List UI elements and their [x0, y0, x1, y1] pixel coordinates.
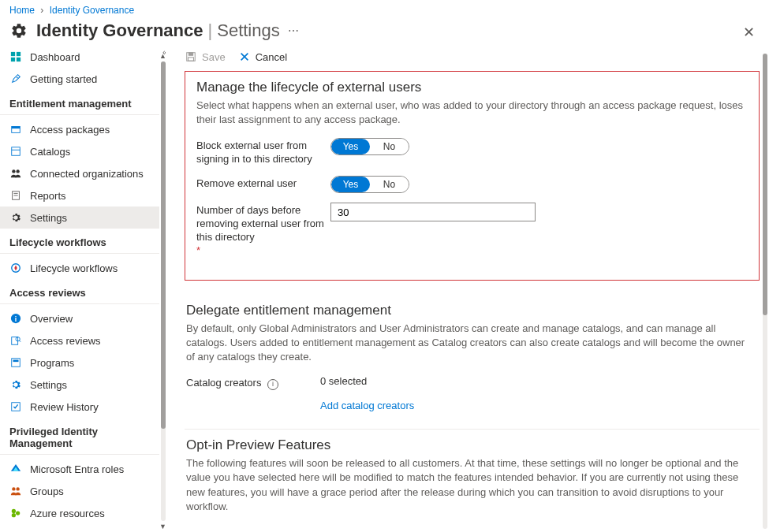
review-icon	[9, 334, 22, 347]
azure-icon	[9, 507, 22, 519]
nav-group-access-reviews: Access reviews	[0, 279, 159, 304]
sidebar-item-overview[interactable]: i Overview	[0, 307, 159, 329]
remove-yes[interactable]: Yes	[331, 177, 370, 192]
svg-point-27	[12, 513, 16, 517]
scroll-down-icon[interactable]: ▼	[159, 523, 166, 529]
lifecycle-desc: Select what happens when an external use…	[196, 99, 748, 127]
chevron-right-icon: ›	[40, 5, 43, 16]
required-indicator: *	[196, 244, 330, 258]
page-title-sub: Settings	[217, 20, 280, 40]
sidebar-item-lifecycle-workflows[interactable]: Lifecycle workflows	[0, 257, 159, 279]
sidebar-item-getting-started[interactable]: Getting started	[0, 68, 159, 90]
svg-text:i: i	[15, 315, 17, 323]
scroll-up-icon[interactable]: ▲	[159, 52, 166, 60]
block-no[interactable]: No	[370, 139, 409, 154]
svg-line-19	[19, 340, 21, 342]
svg-rect-0	[11, 52, 15, 56]
nav-group-pim: Privileged Identity Management	[0, 418, 159, 455]
save-button[interactable]: Save	[185, 50, 226, 63]
block-label: Block external user from signing in to t…	[196, 138, 330, 166]
sidebar-item-connected-orgs[interactable]: Connected organizations	[0, 162, 159, 184]
page-title-main: Identity Governance	[36, 20, 203, 40]
sidebar-item-ar-settings[interactable]: Settings	[0, 374, 159, 396]
sidebar-item-label: Review History	[30, 401, 99, 413]
sidebar-item-entra-roles[interactable]: Microsoft Entra roles	[0, 458, 159, 480]
info-icon[interactable]: i	[267, 379, 278, 390]
svg-rect-6	[12, 127, 21, 129]
svg-rect-2	[11, 58, 15, 61]
preview-section: Opt-in Preview Features The following fe…	[185, 437, 760, 529]
block-yes[interactable]: Yes	[331, 139, 370, 154]
cancel-label: Cancel	[256, 51, 287, 63]
groups-icon	[9, 485, 22, 497]
sidebar-item-reports[interactable]: Reports	[0, 184, 159, 206]
breadcrumb-current[interactable]: Identity Governance	[50, 5, 134, 16]
svg-point-26	[16, 511, 20, 515]
org-icon	[9, 167, 22, 180]
info-icon: i	[9, 312, 22, 325]
report-icon	[9, 189, 22, 202]
sidebar-item-access-reviews[interactable]: Access reviews	[0, 329, 159, 352]
svg-rect-21	[13, 360, 19, 363]
days-label: Number of days before removing external …	[196, 203, 330, 258]
sidebar-item-label: Access packages	[30, 124, 110, 136]
save-label: Save	[202, 51, 226, 63]
sidebar-item-label: Settings	[30, 379, 67, 391]
delegate-section: Delegate entitlement management By defau…	[185, 303, 760, 411]
package-icon	[9, 123, 22, 136]
sidebar-item-settings[interactable]: Settings	[0, 206, 159, 229]
gear-icon	[9, 211, 22, 224]
preview-title: Opt-in Preview Features	[186, 437, 760, 453]
sidebar-item-groups[interactable]: Groups	[0, 480, 159, 502]
add-catalog-creators-link[interactable]: Add catalog creators	[320, 400, 414, 411]
close-icon[interactable]: ✕	[743, 24, 755, 41]
creators-label: Catalog creators i	[186, 375, 320, 390]
breadcrumb-home[interactable]: Home	[9, 5, 35, 16]
sidebar-item-label: Access reviews	[30, 335, 101, 347]
rocket-icon	[9, 73, 22, 85]
sidebar-item-catalogs[interactable]: Catalogs	[0, 140, 159, 162]
sidebar-item-label: Connected organizations	[30, 168, 144, 180]
page-header: Identity Governance|Settings ⋯ ✕	[0, 20, 769, 46]
more-icon[interactable]: ⋯	[288, 24, 299, 37]
sidebar-item-label: Getting started	[30, 73, 97, 85]
svg-rect-7	[12, 147, 21, 156]
svg-point-23	[12, 487, 15, 490]
program-icon	[9, 356, 22, 369]
cancel-button[interactable]: Cancel	[238, 50, 287, 63]
sidebar-item-dashboard[interactable]: Dashboard	[0, 46, 159, 68]
sidebar-item-programs[interactable]: Programs	[0, 352, 159, 374]
breadcrumb: Home › Identity Governance	[0, 0, 769, 20]
sidebar-item-review-history[interactable]: Review History	[0, 396, 159, 418]
sidebar-item-azure-resources[interactable]: Azure resources	[0, 502, 159, 524]
svg-rect-29	[189, 53, 192, 56]
sidebar-item-label: Azure resources	[30, 508, 105, 519]
main-scrollbar[interactable]	[763, 54, 767, 529]
sidebar-item-label: Reports	[30, 190, 66, 202]
sidebar-item-label: Catalogs	[30, 146, 70, 158]
main-content: Save Cancel Manage the lifecycle of exte…	[166, 46, 769, 529]
block-toggle[interactable]: Yes No	[330, 138, 409, 155]
history-icon	[9, 400, 22, 413]
creators-value: 0 selected	[320, 375, 367, 387]
cancel-icon	[238, 50, 251, 63]
sidebar-item-access-packages[interactable]: Access packages	[0, 118, 159, 140]
sidebar-item-label: Microsoft Entra roles	[30, 463, 124, 475]
sidebar-item-label: Dashboard	[30, 51, 80, 63]
remove-no[interactable]: No	[370, 177, 409, 192]
svg-point-9	[12, 169, 15, 173]
remove-toggle[interactable]: Yes No	[330, 176, 409, 193]
days-input[interactable]	[330, 203, 536, 221]
svg-rect-3	[17, 58, 21, 61]
preview-desc: The following features will soon be rele…	[186, 456, 754, 514]
sidebar-item-label: Settings	[30, 212, 67, 224]
svg-rect-1	[17, 52, 21, 56]
toolbar: Save Cancel	[185, 46, 760, 71]
preview-table-header: Feature name State	[186, 525, 760, 529]
entra-icon	[9, 463, 22, 475]
svg-rect-30	[189, 58, 194, 61]
page-title: Identity Governance|Settings	[36, 20, 280, 41]
nav-group-entitlement: Entitlement management	[0, 90, 159, 115]
svg-point-24	[16, 487, 19, 490]
svg-point-25	[12, 509, 16, 513]
